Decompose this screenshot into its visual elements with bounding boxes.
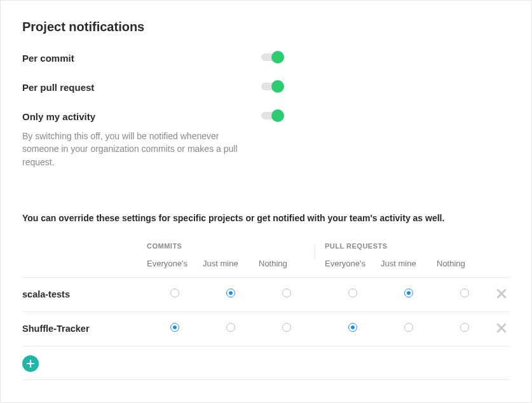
radio-commits-everyones[interactable] [170, 323, 179, 332]
toggle-row-per-commit: Per commit [22, 51, 510, 66]
close-icon [497, 289, 506, 298]
radio-pull-requests-nothing[interactable] [460, 323, 469, 332]
toggle-label-per-pull-request: Per pull request [22, 80, 261, 95]
radio-commits-nothing[interactable] [282, 289, 291, 297]
col-header-pr-everyones: Everyone's [325, 259, 381, 268]
col-header-commits-nothing: Nothing [259, 259, 315, 268]
radio-commits-nothing[interactable] [282, 323, 291, 332]
col-header-pr-just-mine: Just mine [381, 259, 437, 268]
toggle-label-per-commit: Per commit [22, 51, 261, 66]
radio-pull-requests-just_mine[interactable] [404, 323, 413, 332]
radio-pull-requests-just_mine[interactable] [404, 289, 413, 297]
radio-commits-just_mine[interactable] [226, 289, 235, 297]
group-header-commits: COMMITS [147, 242, 315, 250]
table-header-groups: COMMITS PULL REQUESTS [22, 242, 510, 250]
remove-row-button[interactable] [497, 289, 506, 300]
col-header-pr-nothing: Nothing [437, 259, 493, 268]
project-name: Shuffle-Tracker [22, 324, 147, 334]
toggle-only-my-activity[interactable] [261, 109, 284, 122]
table-row: scala-tests [22, 278, 510, 312]
remove-row-button[interactable] [497, 323, 506, 334]
radio-pull-requests-everyones[interactable] [348, 323, 357, 332]
radio-commits-everyones[interactable] [170, 289, 179, 297]
close-icon [497, 324, 506, 332]
radio-commits-just_mine[interactable] [226, 323, 235, 332]
toggle-label-only-my-activity: Only my activity [22, 109, 261, 125]
plus-icon [27, 360, 34, 367]
toggle-row-only-my-activity: Only my activity [22, 109, 510, 125]
page-title: Project notifications [22, 20, 510, 34]
table-header-options: Everyone's Just mine Nothing Everyone's … [22, 259, 510, 278]
override-hint: You can override these settings for spec… [22, 213, 510, 223]
only-my-activity-help: By switching this off, you will be notif… [22, 130, 238, 168]
toggle-per-pull-request[interactable] [261, 80, 284, 93]
add-override-row [22, 346, 510, 380]
radio-pull-requests-everyones[interactable] [348, 289, 357, 297]
table-row: Shuffle-Tracker [22, 312, 510, 346]
radio-pull-requests-nothing[interactable] [460, 289, 469, 297]
col-header-commits-just-mine: Just mine [203, 259, 259, 268]
project-name: scala-tests [22, 289, 147, 299]
col-header-commits-everyones: Everyone's [147, 259, 203, 268]
toggle-per-commit[interactable] [261, 51, 284, 64]
overrides-table: COMMITS PULL REQUESTS Everyone's Just mi… [22, 242, 510, 380]
add-override-button[interactable] [22, 355, 39, 372]
group-header-pull-requests: PULL REQUESTS [325, 242, 493, 250]
toggle-row-per-pull-request: Per pull request [22, 80, 510, 95]
notifications-card: Project notifications Per commit Per pul… [0, 0, 532, 403]
